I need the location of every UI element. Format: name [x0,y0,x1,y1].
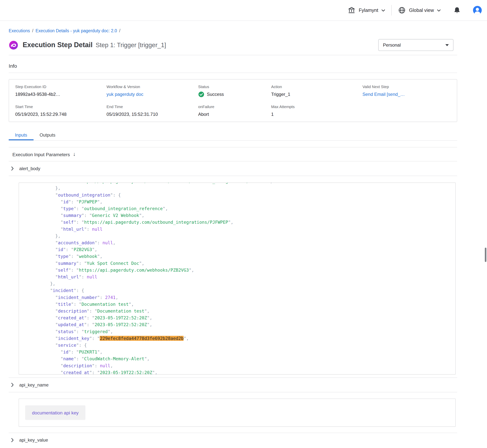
code-line: "created_at": "2023-05-19T22:52:20Z", [24,369,450,375]
org-switcher[interactable]: Fylamynt [347,4,386,16]
tabs: InputsOutputs [9,130,457,141]
info-field-step-execution-id: Step Execution ID18992a43-9538-4b2… [15,85,107,97]
code-line: }, [24,232,450,239]
field-value[interactable]: yuk pagerduty doc [106,91,198,97]
section-api-key-name[interactable]: api_key_name [9,377,457,392]
field-label: End Time [106,104,198,109]
field-label: Step Execution ID [15,85,107,89]
section-api-key-value[interactable]: api_key_value [9,433,457,447]
info-field-max-attempts: Max Attempts1 [271,104,362,117]
info-card: Step Execution ID18992a43-9538-4b2…Workf… [9,79,457,122]
info-field-workflow-version: Workflow & Versionyuk pagerduty doc [106,85,198,97]
page-header: Execution Step Detail Step 1: Trigger [t… [9,38,457,52]
info-field-end-time: End Time05/19/2023, 15:52:31.710 [106,104,198,117]
params-heading: Execution Input Parameters [12,152,70,157]
code-line: "title": "Documentation test", [24,301,450,307]
code-line: "type": "webhook", [24,253,450,260]
tab-inputs[interactable]: Inputs [9,130,33,140]
field-label: Workflow & Version [106,85,198,89]
code-line: "outbound_integration": { [24,192,450,198]
field-value[interactable]: Send Email [send_… [362,91,451,97]
breadcrumb-separator: / [119,28,120,33]
section-alert-body[interactable]: alert_body [9,161,457,176]
execution-step-icon [9,40,18,50]
alert-body-json-viewer[interactable]: "self": "https://api.pagerduty.com/webho… [19,182,456,375]
code-line: "created_at": "2023-05-19T22:52:20Z", [24,314,450,321]
user-avatar[interactable] [473,6,482,15]
section-label: api_key_name [19,382,49,387]
bell-icon [453,10,461,15]
field-value: Success [198,91,271,97]
code-line: "accounts_addon": null, [24,239,450,246]
info-field-onfailure: onFailureAbort [198,104,271,117]
chevron-down-icon [381,9,385,12]
info-field-action: ActionTrigger_1 [271,85,362,97]
code-line: "description": null, [24,362,450,369]
field-value: 05/19/2023, 15:52:31.710 [106,111,198,117]
chevron-down-icon [437,9,441,12]
globe-icon [398,6,406,14]
divider [9,73,457,73]
code-line: "updated_at": "2023-05-19T22:52:20Z", [24,321,450,328]
code-line: "self": "https://api.pagerduty.com/outbo… [24,219,450,226]
field-label: Start Time [15,104,107,109]
code-line: "name": "CloudWatch-Memory-Alert", [24,355,450,362]
code-line: "type": "outbound_integration_reference"… [24,205,450,212]
json-code: "self": "https://api.pagerduty.com/webho… [19,182,455,375]
breadcrumb-executions[interactable]: Executions [9,28,30,33]
field-label: Status [198,85,271,89]
field-value: Abort [198,111,271,117]
info-heading: Info [9,63,457,69]
code-line: }, [24,185,450,192]
execution-input-parameters-header: Execution Input Parameters ↓ [9,147,457,161]
check-circle-icon [198,91,204,97]
field-label: onFailure [198,104,271,109]
api-key-name-chip: documentation api key [25,405,85,420]
api-key-name-value-box: documentation api key [19,399,456,427]
view-switcher[interactable]: Global view [397,4,441,16]
scrollbar-thumb[interactable] [485,248,486,262]
breadcrumb-execution-details[interactable]: Execution Details - yuk pagerduty doc: 2… [35,28,117,33]
divider [9,55,457,55]
code-line: "incident": { [24,287,450,294]
topbar-divider [391,5,392,16]
section-label: api_key_value [19,438,48,442]
code-line: "id": "PJFWPEP", [24,198,450,205]
code-line: "summary": "Generic V2 Webhook", [24,212,450,219]
field-value: 05/19/2023, 15:52:29.748 [15,111,107,117]
field-value: 1 [271,111,362,117]
chevron-right-icon [11,383,14,387]
field-label: Valid Next Step [362,85,451,89]
code-line: "html_url": null [24,273,450,280]
tab-outputs[interactable]: Outputs [33,130,62,140]
org-name: Fylamynt [359,7,378,13]
code-line: "summary": "Yuk Spot Connect Doc", [24,260,450,266]
notifications-button[interactable] [453,6,461,14]
info-field-valid-next-step: Valid Next StepSend Email [send_… [362,85,451,97]
code-line: "description": "Documentation test", [24,308,450,314]
code-line: "incident_key": "229efec8feda44778d3fe69… [24,335,450,342]
scope-select[interactable]: Personal [378,39,453,51]
app-root: Fylamynt Global view [0,0,487,448]
account-circle-icon [473,6,482,15]
bank-icon [348,6,356,14]
info-field-status: StatusSuccess [198,85,271,97]
view-name: Global view [409,7,434,13]
page-subtitle: Step 1: Trigger [trigger_1] [96,41,166,49]
chevron-down-icon [446,44,449,46]
code-line: "self": "https://api.pagerduty.com/webho… [24,266,450,273]
breadcrumb: Executions / Execution Details - yuk pag… [9,28,457,33]
code-line: "status": "triggered", [24,328,450,335]
field-value: 18992a43-9538-4b2… [15,91,107,97]
field-label: Max Attempts [271,104,362,109]
chevron-right-icon [11,438,14,442]
field-value: Trigger_1 [271,91,362,97]
code-line: "html_url": null [24,226,450,232]
info-grid: Step Execution ID18992a43-9538-4b2…Workf… [9,80,457,122]
code-line: "id": "PUZKRT1", [24,349,450,355]
chevron-right-icon [11,166,14,171]
field-label: Action [271,85,362,89]
download-arrow-icon[interactable]: ↓ [73,151,76,157]
page-title: Execution Step Detail [23,41,92,49]
code-line: "id": "PZB2VG3", [24,246,450,253]
